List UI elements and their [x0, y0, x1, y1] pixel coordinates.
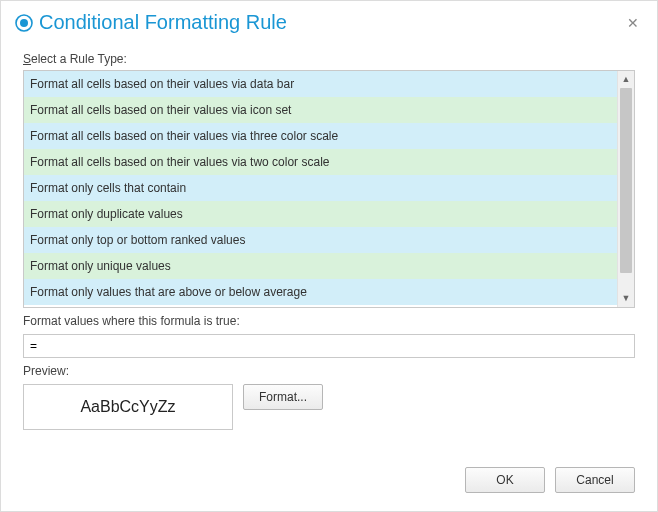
- scroll-down-icon[interactable]: ▼: [618, 290, 634, 307]
- ok-button[interactable]: OK: [465, 467, 545, 493]
- rule-type-list[interactable]: Format all cells based on their values v…: [24, 71, 617, 307]
- list-item[interactable]: Format all cells based on their values v…: [24, 71, 617, 97]
- scrollbar[interactable]: ▲ ▼: [617, 71, 634, 307]
- dialog-footer: OK Cancel: [1, 455, 657, 511]
- titlebar: Conditional Formatting Rule ✕: [1, 1, 657, 40]
- formula-input[interactable]: [23, 334, 635, 358]
- preview-label: Preview:: [23, 364, 635, 378]
- list-item[interactable]: Format all cells based on their values v…: [24, 149, 617, 175]
- preview-row: AaBbCcYyZz Format...: [23, 384, 635, 430]
- list-item[interactable]: Format all cells based on their values v…: [24, 123, 617, 149]
- close-icon[interactable]: ✕: [623, 13, 643, 33]
- list-item[interactable]: Format only cells that contain: [24, 175, 617, 201]
- scroll-up-icon[interactable]: ▲: [618, 71, 634, 88]
- list-item[interactable]: Format only unique values: [24, 253, 617, 279]
- app-icon: [15, 14, 33, 32]
- conditional-formatting-dialog: Conditional Formatting Rule ✕ Select a R…: [0, 0, 658, 512]
- dialog-title: Conditional Formatting Rule: [39, 11, 287, 34]
- format-button[interactable]: Format...: [243, 384, 323, 410]
- list-item[interactable]: Format only top or bottom ranked values: [24, 227, 617, 253]
- list-item[interactable]: Format all cells based on their values v…: [24, 97, 617, 123]
- formula-label: Format values where this formula is true…: [23, 314, 635, 328]
- svg-point-1: [20, 19, 28, 27]
- scroll-thumb[interactable]: [620, 88, 632, 273]
- cancel-button[interactable]: Cancel: [555, 467, 635, 493]
- preview-sample: AaBbCcYyZz: [23, 384, 233, 430]
- dialog-content: Select a Rule Type: Format all cells bas…: [1, 40, 657, 455]
- rule-type-listbox: Format all cells based on their values v…: [23, 70, 635, 308]
- list-item[interactable]: Format only values that are above or bel…: [24, 279, 617, 305]
- list-item[interactable]: Format only duplicate values: [24, 201, 617, 227]
- rule-type-label: Select a Rule Type:: [23, 52, 635, 66]
